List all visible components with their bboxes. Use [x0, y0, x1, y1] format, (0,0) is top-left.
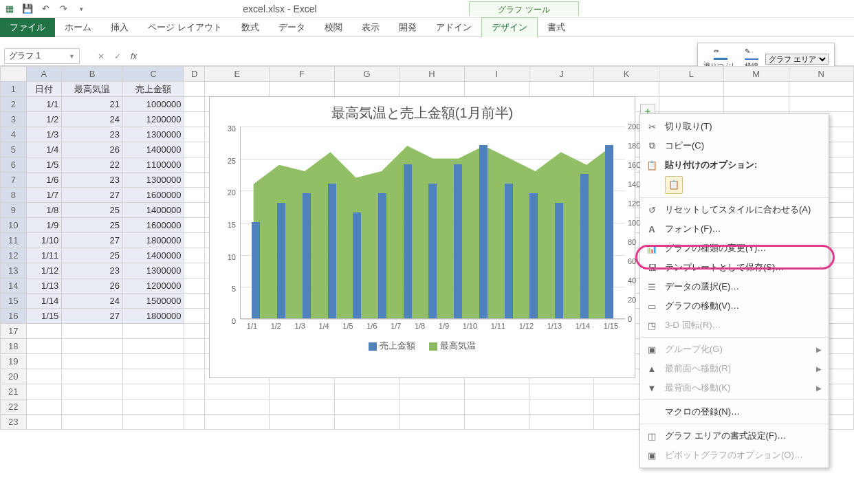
tab-data[interactable]: データ [269, 18, 315, 37]
group-icon: ▣ [646, 344, 658, 355]
bar [353, 212, 361, 318]
col-header[interactable]: D [184, 67, 205, 82]
row-header[interactable]: 6 [1, 157, 27, 173]
menu-cut[interactable]: ✂切り取り(T) [640, 117, 829, 136]
row-header[interactable]: 15 [1, 294, 27, 309]
chart-element-selector[interactable]: グラフ エリア [765, 54, 829, 65]
row-header[interactable]: 11 [1, 233, 27, 248]
title-bar: ▦ 💾 ↶ ↷ ▾ excel.xlsx - Excel グラフ ツール [0, 0, 854, 18]
col-header[interactable]: H [399, 67, 464, 82]
menu-select-data[interactable]: ☰データの選択(E)… [640, 277, 829, 296]
tab-review[interactable]: 校閲 [315, 18, 352, 37]
row-header[interactable]: 18 [1, 339, 27, 354]
row-header[interactable]: 17 [1, 324, 27, 339]
col-header[interactable]: M [724, 67, 789, 82]
chevron-down-icon[interactable]: ▼ [69, 53, 75, 60]
tab-chart-design[interactable]: デザイン [481, 17, 538, 37]
row-header[interactable]: 23 [1, 415, 27, 430]
row-header[interactable]: 19 [1, 354, 27, 369]
bar [454, 164, 462, 318]
row-header[interactable]: 13 [1, 263, 27, 278]
chart-context-menu: ✂切り取り(T) ⧉コピー(C) 📋貼り付けのオプション: 📋 ↺リセットしてス… [639, 113, 829, 468]
menu-font[interactable]: Aフォント(F)… [640, 219, 829, 239]
bar [328, 184, 336, 318]
row-header[interactable]: 20 [1, 369, 27, 384]
tab-chart-format[interactable]: 書式 [538, 18, 575, 37]
row-header[interactable]: 4 [1, 127, 27, 142]
col-header[interactable]: C [122, 67, 184, 82]
row-header[interactable]: 21 [1, 384, 27, 399]
row-header[interactable]: 12 [1, 248, 27, 263]
col-header[interactable]: N [789, 67, 854, 82]
undo-icon[interactable]: ↶ [40, 3, 51, 14]
row-header[interactable]: 22 [1, 399, 27, 415]
col-header[interactable]: A [26, 67, 62, 82]
bar-series [241, 127, 625, 318]
embedded-chart[interactable]: 最高気温と売上金額(1月前半) 020406080100120140160180… [209, 96, 635, 378]
save-icon[interactable]: 💾 [22, 3, 33, 14]
copy-icon: ⧉ [646, 140, 658, 151]
qat-dropdown-icon[interactable]: ▾ [76, 3, 87, 14]
cell[interactable]: 日付 [26, 82, 62, 97]
row-header[interactable]: 8 [1, 188, 27, 203]
excel-icon: ▦ [4, 3, 15, 14]
tab-addin[interactable]: アドイン [426, 18, 481, 37]
cancel-icon: ✕ [98, 52, 105, 61]
row-header[interactable]: 16 [1, 309, 27, 324]
fx-icon[interactable]: fx [131, 52, 137, 61]
row-header[interactable]: 2 [1, 97, 27, 112]
row-header[interactable]: 14 [1, 278, 27, 294]
row-header[interactable]: 9 [1, 203, 27, 218]
row-header[interactable]: 5 [1, 142, 27, 157]
tab-page-layout[interactable]: ページ レイアウト [138, 18, 232, 37]
select-all-corner[interactable] [1, 67, 27, 82]
menu-assign-macro[interactable]: マクロの登録(N)… [640, 402, 829, 421]
reset-icon: ↺ [646, 205, 658, 215]
row-header[interactable]: 3 [1, 112, 27, 127]
menu-copy[interactable]: ⧉コピー(C) [640, 136, 829, 155]
tab-view[interactable]: 表示 [352, 18, 389, 37]
menu-save-template[interactable]: 🖫テンプレートとして保存(S)… [640, 258, 829, 277]
tab-home[interactable]: ホーム [55, 18, 101, 37]
fill-icon: ✏ [714, 47, 727, 60]
x-axis-labels: 1/11/21/31/41/51/61/71/81/91/101/111/121… [240, 322, 625, 330]
menu-move-chart[interactable]: ▭グラフの移動(V)… [640, 296, 829, 316]
tab-formulas[interactable]: 数式 [232, 18, 269, 37]
clipboard-icon: 📋 [646, 160, 658, 171]
col-header[interactable]: J [529, 67, 593, 82]
plot-area[interactable]: 020406080100120140160180200 [240, 127, 625, 319]
redo-icon[interactable]: ↷ [58, 3, 69, 14]
cell[interactable]: 最高気温 [62, 82, 123, 97]
row-header[interactable]: 10 [1, 218, 27, 233]
col-header[interactable]: G [334, 67, 399, 82]
row-header[interactable]: 1 [1, 82, 27, 97]
bar [404, 164, 412, 318]
chart-legend[interactable]: 売上金額 最高気温 [210, 340, 635, 352]
tab-file[interactable]: ファイル [0, 18, 55, 37]
bar [605, 145, 613, 318]
cell[interactable]: 売上金額 [122, 82, 184, 97]
paste-option-button[interactable]: 📋 [665, 176, 683, 194]
legend-swatch-bar [369, 342, 377, 351]
col-header[interactable]: B [62, 67, 123, 82]
name-box[interactable]: グラフ 1 ▼ [4, 48, 80, 64]
row-header[interactable]: 7 [1, 173, 27, 188]
send-back-icon: ▼ [646, 383, 658, 393]
bar [428, 184, 437, 318]
col-header[interactable]: I [464, 67, 529, 82]
menu-change-chart-type[interactable]: 📊グラフの種類の変更(Y)… [640, 239, 829, 258]
col-header[interactable]: E [205, 67, 270, 82]
quick-access-toolbar: ▦ 💾 ↶ ↷ ▾ [0, 3, 91, 14]
col-header[interactable]: K [594, 67, 659, 82]
menu-reset-style[interactable]: ↺リセットしてスタイルに合わせる(A) [640, 200, 829, 219]
tab-developer[interactable]: 開発 [389, 18, 426, 37]
bar [505, 184, 513, 318]
tab-insert[interactable]: 挿入 [101, 18, 138, 37]
menu-format-chart-area[interactable]: ◫グラフ エリアの書式設定(F)… [640, 426, 829, 446]
col-header[interactable]: L [659, 67, 723, 82]
scissors-icon: ✂ [646, 122, 658, 132]
window-title: excel.xlsx - Excel [91, 3, 469, 14]
chart-title[interactable]: 最高気温と売上金額(1月前半) [210, 97, 635, 127]
col-header[interactable]: F [270, 67, 334, 82]
save-template-icon: 🖫 [646, 263, 658, 273]
